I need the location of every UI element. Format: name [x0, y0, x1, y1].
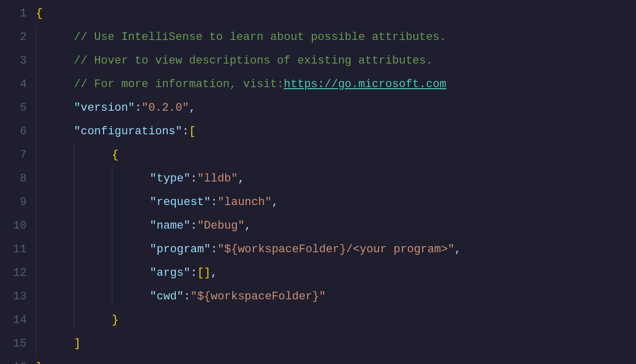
line-number: 4: [0, 73, 27, 96]
code-line: // For more information, visit: https://…: [36, 73, 636, 96]
indent-guide: [36, 285, 74, 309]
indent-guide: [36, 238, 74, 261]
token-string-val: "${workspaceFolder}/<your program>": [217, 238, 454, 261]
code-line: // Hover to view descriptions of existin…: [36, 49, 636, 73]
line-number: 2: [0, 26, 27, 49]
token-string-key: "configurations": [74, 120, 182, 144]
token-string-val: "${workspaceFolder}": [190, 285, 326, 309]
indent-guide: [36, 120, 74, 144]
code-editor: 12345678910111213141516 {// Use IntelliS…: [0, 0, 636, 364]
token-comma: ,: [238, 167, 245, 191]
line-number: 8: [0, 167, 27, 191]
line-number: 5: [0, 96, 27, 120]
code-line: // Use IntelliSense to learn about possi…: [36, 26, 636, 49]
line-number: 11: [0, 238, 27, 261]
indent-guide: [36, 214, 74, 238]
indent-guide: [74, 167, 112, 191]
token-colon: :: [135, 96, 142, 120]
indent-space: [36, 144, 112, 167]
token-string-val: "Debug": [197, 214, 244, 238]
token-comment: // For more information, visit:: [74, 73, 284, 96]
token-comment: // Hover to view descriptions of existin…: [74, 49, 433, 73]
line-number: 7: [0, 144, 27, 167]
line-number: 13: [0, 285, 27, 309]
code-line: "type": "lldb",: [36, 167, 636, 191]
indent-guide: [112, 214, 150, 238]
token-colon: :: [190, 214, 197, 238]
line-number: 9: [0, 191, 27, 214]
line-number: 6: [0, 120, 27, 144]
indent-guide: [36, 191, 74, 214]
token-brace: {: [112, 144, 118, 167]
indent-space: [36, 96, 74, 120]
token-string-val: "0.2.0": [142, 96, 189, 120]
indent-space: [36, 167, 150, 191]
token-brace: }: [36, 356, 43, 364]
line-number: 10: [0, 214, 27, 238]
code-line: "cwd": "${workspaceFolder}": [36, 285, 636, 309]
indent-guide: [112, 261, 150, 285]
token-comma: ,: [211, 261, 217, 285]
code-content-area[interactable]: {// Use IntelliSense to learn about poss…: [36, 0, 636, 364]
indent-guide: [36, 73, 74, 96]
indent-guide: [74, 191, 112, 214]
token-string-key: "request": [150, 191, 211, 214]
line-number: 15: [0, 332, 27, 356]
token-url: https://go.microsoft.com: [284, 73, 446, 96]
indent-guide: [74, 144, 112, 167]
indent-guide: [74, 285, 112, 309]
code-line: "name": "Debug",: [36, 214, 636, 238]
code-line: ]: [36, 332, 636, 356]
token-comma: ,: [454, 238, 461, 261]
token-string-key: "version": [74, 96, 135, 120]
indent-space: [36, 26, 74, 49]
code-line: "request": "launch",: [36, 191, 636, 214]
indent-guide: [74, 309, 112, 332]
indent-guide: [112, 191, 150, 214]
token-colon: :: [190, 167, 197, 191]
indent-guide: [36, 261, 74, 285]
token-comma: ,: [189, 96, 195, 120]
indent-space: [36, 120, 74, 144]
indent-guide: [36, 26, 74, 49]
line-number: 16: [0, 356, 27, 364]
indent-guide: [36, 49, 74, 73]
code-line: "program": "${workspaceFolder}/<your pro…: [36, 238, 636, 261]
token-bracket: ]: [74, 332, 81, 356]
token-comment: // Use IntelliSense to learn about possi…: [74, 26, 446, 49]
indent-space: [36, 49, 74, 73]
indent-guide: [74, 214, 112, 238]
token-string-key: "type": [150, 167, 190, 191]
token-bracket: []: [197, 261, 210, 285]
indent-guide: [112, 238, 150, 261]
indent-space: [36, 238, 150, 261]
code-line: "version": "0.2.0",: [36, 96, 636, 120]
token-comma: ,: [272, 191, 279, 214]
token-colon: :: [182, 120, 189, 144]
line-number: 3: [0, 49, 27, 73]
line-number-gutter: 12345678910111213141516: [0, 0, 36, 364]
code-line: "configurations": [: [36, 120, 636, 144]
token-comma: ,: [245, 214, 251, 238]
token-colon: :: [211, 191, 217, 214]
code-line: {: [36, 144, 636, 167]
token-colon: :: [211, 238, 217, 261]
indent-space: [36, 191, 150, 214]
indent-guide: [74, 238, 112, 261]
code-line: {: [36, 2, 636, 26]
indent-guide: [74, 261, 112, 285]
token-colon: :: [190, 261, 197, 285]
code-line: }: [36, 309, 636, 332]
token-bracket: [: [189, 120, 195, 144]
token-string-val: "lldb": [197, 167, 237, 191]
code-line: }: [36, 356, 636, 364]
code-line: "args": [],: [36, 261, 636, 285]
token-colon: :: [184, 285, 190, 309]
token-brace: }: [112, 309, 118, 332]
indent-guide: [36, 167, 74, 191]
indent-space: [36, 214, 150, 238]
indent-space: [36, 332, 74, 356]
token-string-key: "args": [150, 261, 190, 285]
line-number: 1: [0, 2, 27, 26]
indent-space: [36, 73, 74, 96]
